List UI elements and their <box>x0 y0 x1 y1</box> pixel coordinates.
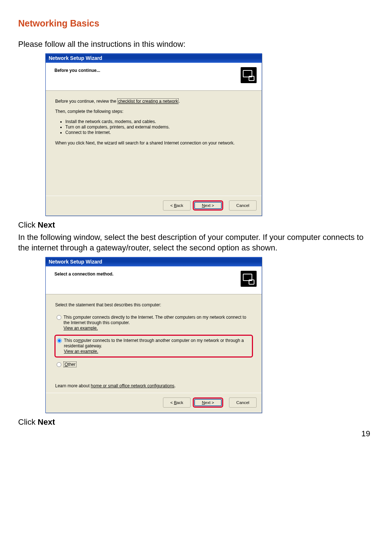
network-icon <box>241 271 257 287</box>
select-description-paragraph: In the following window, select the best… <box>18 232 374 253</box>
learn-more-line: Learn more about home or small office ne… <box>55 383 252 388</box>
wizard-header: Select a connection method. <box>46 266 262 294</box>
wizard-footer: < Back Next > Cancel <box>46 393 262 413</box>
radio-option-other[interactable]: Other <box>55 360 252 370</box>
radio-other-input[interactable] <box>57 362 61 367</box>
window-titlebar: Network Setup Wizard <box>46 257 262 266</box>
wizard-header: Before you continue... <box>46 63 262 91</box>
view-example-link[interactable]: View an example. <box>64 349 98 354</box>
window-titlebar: Network Setup Wizard <box>46 54 262 63</box>
next-button[interactable]: Next > <box>194 202 222 209</box>
view-example-link[interactable]: View an example. <box>64 326 98 331</box>
intro-text: Please follow all the instructions in th… <box>18 39 374 50</box>
select-statement-line: Select the statement that best describes… <box>55 302 252 307</box>
section-heading: Networking Basics <box>18 18 374 29</box>
next-note-line: When you click Next, the wizard will sea… <box>55 140 252 146</box>
text-before-link: Before you continue, review the <box>55 99 117 104</box>
wizard-select-connection: Network Setup Wizard Select a connection… <box>45 257 262 413</box>
radio-option-direct[interactable]: This computer connects directly to the I… <box>55 313 252 333</box>
checklist-link[interactable]: checklist for creating a network <box>117 98 179 104</box>
cancel-button[interactable]: Cancel <box>229 397 257 408</box>
radio-option-gateway[interactable]: This computer connects to the Internet t… <box>57 338 250 354</box>
page-number: 19 <box>362 429 370 438</box>
next-button-highlight: Next > <box>193 397 223 408</box>
next-button[interactable]: Next > <box>194 399 222 406</box>
learn-more-link[interactable]: home or small office network configurati… <box>91 383 175 388</box>
click-next-instruction: Click Next <box>18 220 374 230</box>
wizard-before-you-continue: Network Setup Wizard Before you continue… <box>45 53 262 216</box>
network-icon <box>241 67 257 83</box>
step-item: Turn on all computers, printers, and ext… <box>65 125 252 130</box>
wizard-header-text: Select a connection method. <box>54 271 238 277</box>
click-next-instruction: Click Next <box>18 417 374 427</box>
wizard-body: Before you continue, review the checklis… <box>46 91 262 196</box>
wizard-footer: < Back Next > Cancel <box>46 196 262 216</box>
radio-gateway-input[interactable] <box>57 338 62 343</box>
step-item: Install the network cards, modems, and c… <box>65 119 252 125</box>
review-checklist-line: Before you continue, review the checklis… <box>55 99 252 104</box>
cancel-button[interactable]: Cancel <box>229 200 257 211</box>
back-button[interactable]: < Back <box>163 397 191 408</box>
wizard-body: Select the statement that best describes… <box>46 294 262 393</box>
step-item: Connect to the Internet. <box>65 130 252 135</box>
radio-option-gateway-highlight: This computer connects to the Internet t… <box>54 335 253 358</box>
wizard-header-text: Before you continue... <box>54 67 238 73</box>
next-button-highlight: Next > <box>193 200 223 211</box>
radio-direct-input[interactable] <box>57 315 61 320</box>
steps-list: Install the network cards, modems, and c… <box>55 119 252 135</box>
then-complete-line: Then, complete the following steps: <box>55 109 252 114</box>
back-button[interactable]: < Back <box>163 200 191 211</box>
text-after-link: . <box>179 99 180 104</box>
